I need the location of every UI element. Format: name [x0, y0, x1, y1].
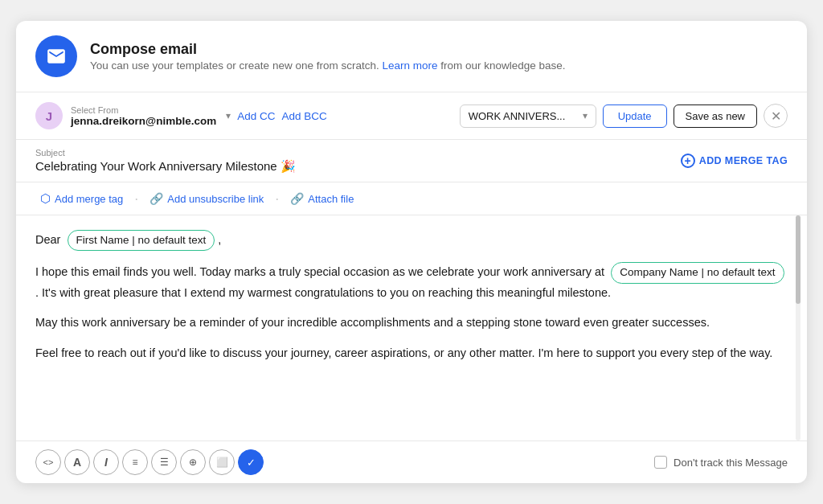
italic-icon: I — [104, 456, 108, 469]
subject-label: Subject — [35, 148, 296, 158]
link-icon2: ⊕ — [189, 457, 197, 468]
envelope-icon — [46, 46, 67, 67]
scrollbar-thumb[interactable] — [796, 215, 800, 304]
italic-btn[interactable]: I — [93, 449, 119, 475]
close-icon: ✕ — [771, 109, 781, 124]
font-btn[interactable]: A — [64, 449, 90, 475]
toolbar-row: J Select From jenna.dreikorn@nimble.com … — [16, 92, 807, 140]
from-email: jenna.dreikorn@nimble.com — [71, 115, 216, 127]
close-button[interactable]: ✕ — [764, 104, 788, 128]
format-bar: <> A I ≡ ☰ ⊕ ⬜ ✓ Don't track this Messag… — [16, 440, 807, 483]
from-dropdown-arrow[interactable]: ▾ — [226, 110, 231, 121]
from-label: Select From — [71, 105, 216, 115]
header-subtitle: You can use your templates or create new… — [90, 59, 566, 72]
attach-file-link[interactable]: 🔗 Attach file — [285, 190, 358, 207]
paragraph1: I hope this email finds you well. Today … — [35, 262, 788, 302]
learn-more-link[interactable]: Learn more — [382, 59, 437, 72]
update-button[interactable]: Update — [603, 104, 667, 128]
image-icon: ⬜ — [216, 457, 228, 468]
list-icon: ☰ — [160, 457, 169, 468]
code-btn[interactable]: <> — [35, 449, 61, 475]
header-text: Compose email You can use your templates… — [90, 41, 566, 72]
save-as-new-button[interactable]: Save as new — [674, 104, 757, 128]
scrollbar-track — [796, 215, 800, 440]
subject-row: Subject Celebrating Your Work Anniversar… — [16, 140, 807, 182]
add-unsubscribe-link[interactable]: 🔗 Add unsubscribe link — [145, 190, 268, 207]
subject-text[interactable]: Celebrating Your Work Anniversary Milest… — [35, 159, 296, 174]
email-body[interactable]: Dear First Name | no default text , I ho… — [16, 215, 807, 440]
check-btn[interactable]: ✓ — [238, 449, 264, 475]
divider2: · — [275, 191, 279, 207]
compose-email-card: Compose email You can use your templates… — [16, 21, 807, 483]
link-icon: 🔗 — [149, 192, 163, 205]
add-merge-tag-label: ADD MERGE TAG — [699, 155, 788, 166]
merge-tag-icon: ⬡ — [40, 191, 51, 206]
list-btn[interactable]: ☰ — [151, 449, 177, 475]
dont-track-checkbox[interactable] — [654, 456, 667, 469]
from-label-group: Select From jenna.dreikorn@nimble.com — [71, 105, 216, 127]
image-btn[interactable]: ⬜ — [209, 449, 235, 475]
first-name-merge-tag[interactable]: First Name | no default text — [68, 230, 215, 251]
page-title: Compose email — [90, 41, 566, 58]
avatar: J — [35, 102, 63, 129]
paragraph3: Feel free to reach out if you'd like to … — [35, 344, 788, 363]
attach-icon: 🔗 — [290, 192, 304, 205]
dont-track-label: Don't track this Message — [674, 457, 788, 469]
dont-track-section: Don't track this Message — [654, 456, 788, 469]
paragraph2: May this work anniversary be a reminder … — [35, 313, 788, 333]
font-icon: A — [73, 456, 81, 469]
add-merge-tag-btn[interactable]: + ADD MERGE TAG — [681, 154, 788, 168]
align-icon: ≡ — [132, 457, 137, 468]
template-dropdown-arrow: ▾ — [583, 110, 588, 121]
add-cc-link[interactable]: Add CC — [237, 110, 275, 122]
plus-icon: + — [681, 154, 695, 168]
subject-inner: Subject Celebrating Your Work Anniversar… — [35, 148, 296, 174]
align-btn[interactable]: ≡ — [122, 449, 148, 475]
template-select[interactable]: WORK ANNIVERS... ▾ — [460, 104, 596, 128]
compose-icon — [35, 35, 77, 77]
code-icon: <> — [43, 457, 54, 467]
divider1: · — [134, 191, 138, 207]
check-icon: ✓ — [247, 457, 256, 469]
from-section: J Select From jenna.dreikorn@nimble.com … — [35, 102, 231, 129]
link-btn[interactable]: ⊕ — [180, 449, 206, 475]
salutation-line: Dear First Name | no default text , — [35, 230, 788, 251]
template-name: WORK ANNIVERS... — [469, 110, 575, 122]
add-merge-tag-link[interactable]: ⬡ Add merge tag — [35, 189, 128, 208]
company-name-merge-tag[interactable]: Company Name | no default text — [611, 262, 784, 283]
add-bcc-link[interactable]: Add BCC — [281, 110, 326, 122]
edit-toolbar: ⬡ Add merge tag · 🔗 Add unsubscribe link… — [16, 182, 807, 215]
header: Compose email You can use your templates… — [16, 21, 807, 92]
